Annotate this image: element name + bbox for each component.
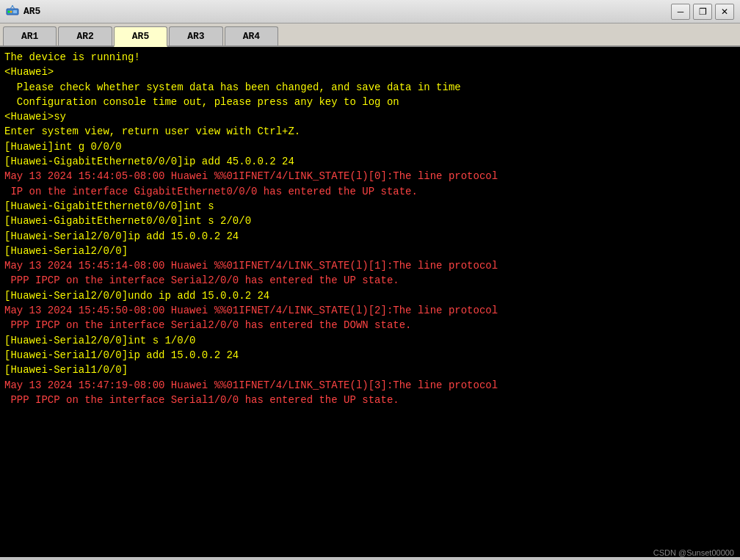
terminal-line: May 13 2024 15:44:05-08:00 Huawei %%01IF… [4, 169, 736, 183]
tab-ar1[interactable]: AR1 [3, 26, 57, 46]
terminal-line: [Huawei-Serial2/0/0]int s 1/0/0 [4, 333, 736, 348]
router-icon [6, 5, 19, 18]
tab-bar: AR1AR2AR5AR3AR4 [0, 23, 740, 47]
terminal-line: Please check whether system data has bee… [4, 80, 736, 95]
svg-point-1 [8, 10, 10, 12]
svg-rect-3 [13, 10, 17, 13]
title-bar: AR5 ─ ❐ ✕ [0, 0, 740, 23]
terminal-line: [Huawei-Serial1/0/0]ip add 15.0.0.2 24 [4, 348, 736, 363]
terminal-line: [Huawei-GigabitEthernet0/0/0]int s [4, 199, 736, 214]
terminal-line: IP on the interface GigabitEthernet0/0/0… [4, 184, 736, 199]
terminal-line: [Huawei-GigabitEthernet0/0/0]ip add 45.0… [4, 154, 736, 169]
title-bar-left: AR5 [6, 5, 40, 18]
terminal-line: May 13 2024 15:45:14-08:00 Huawei %%01IF… [4, 258, 736, 273]
title-bar-controls: ─ ❐ ✕ [671, 4, 734, 20]
svg-point-2 [10, 10, 12, 12]
terminal-line: <Huawei> [4, 65, 736, 79]
terminal-line: [Huawei-Serial2/0/0]undo ip add 15.0.0.2… [4, 288, 736, 303]
terminal-line: [Huawei-Serial2/0/0]ip add 15.0.0.2 24 [4, 229, 736, 244]
terminal-output[interactable]: The device is running!<Huawei> Please ch… [0, 47, 740, 557]
terminal-line: [Huawei-Serial1/0/0] [4, 363, 736, 377]
terminal-line: [Huawei]int g 0/0/0 [4, 139, 736, 154]
watermark: CSDN @Sunset00000 [653, 548, 734, 557]
terminal-line: The device is running! [4, 50, 736, 65]
tab-ar4[interactable]: AR4 [225, 26, 278, 46]
terminal-line: <Huawei>sy [4, 109, 736, 124]
tab-ar3[interactable]: AR3 [169, 26, 222, 46]
terminal-line: PPP IPCP on the interface Serial2/0/0 ha… [4, 318, 736, 332]
tab-ar2[interactable]: AR2 [58, 26, 112, 46]
minimize-button[interactable]: ─ [671, 4, 690, 20]
terminal-line: [Huawei-GigabitEthernet0/0/0]int s 2/0/0 [4, 214, 736, 228]
terminal-line: May 13 2024 15:45:50-08:00 Huawei %%01IF… [4, 303, 736, 318]
restore-button[interactable]: ❐ [693, 4, 712, 20]
window-title: AR5 [23, 6, 40, 17]
terminal-line: [Huawei-Serial2/0/0] [4, 244, 736, 258]
terminal-line: PPP IPCP on the interface Serial2/0/0 ha… [4, 273, 736, 288]
tab-ar5[interactable]: AR5 [114, 26, 167, 47]
terminal-line: May 13 2024 15:47:19-08:00 Huawei %%01IF… [4, 378, 736, 393]
terminal-line: Configuration console time out, please p… [4, 95, 736, 109]
svg-point-6 [12, 5, 13, 7]
close-button[interactable]: ✕ [715, 4, 734, 20]
terminal-line: PPP IPCP on the interface Serial1/0/0 ha… [4, 393, 736, 407]
terminal-line: Enter system view, return user view with… [4, 124, 736, 139]
